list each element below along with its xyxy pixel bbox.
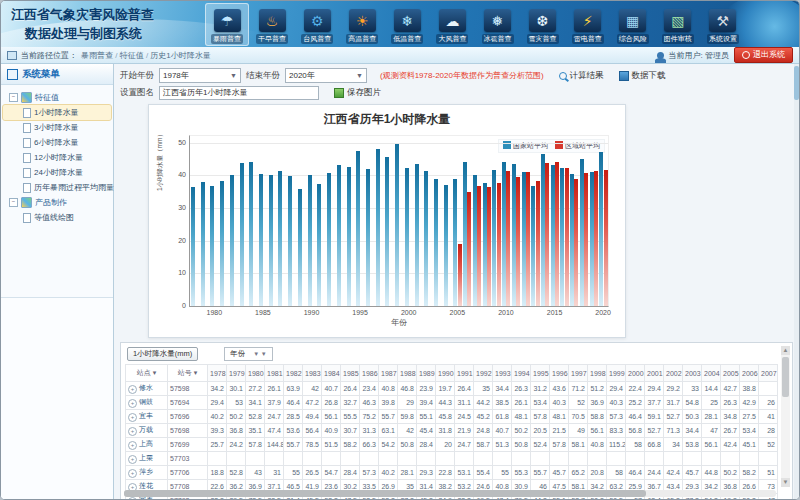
bar-national-2003 [434,179,438,306]
station-name-cell[interactable]: +萍乡 [126,466,168,480]
value-cell: 57.8 [550,438,569,452]
toolbar-item-composite-risk[interactable]: ▦综合风险 [611,3,655,46]
start-year-select[interactable]: 1978年▼ [159,68,241,83]
range-note: (观测资料1978-2020年数据作为普查分析范围) [380,70,544,81]
calc-result-button[interactable]: 计算结果 [559,70,604,82]
column-header-station[interactable]: 站点 ▾ [126,365,168,382]
value-cell: 29 [398,396,417,410]
chevron-down-icon: ▼ [230,72,237,79]
chart-name-input[interactable]: 江西省历年1小时降水量 [159,86,319,100]
horizontal-scroll-thumb[interactable] [124,490,646,497]
bar-national-1990 [308,175,312,306]
expand-icon[interactable]: + [128,455,137,464]
toolbar-item-map-review[interactable]: ▧图件审核 [656,3,700,46]
column-header-year: 1989 [417,365,436,382]
toolbar-item-label: 冰雹普查 [482,34,514,44]
breadcrumb-item[interactable]: 暴雨普查 [81,51,113,60]
station-name-cell[interactable]: +万载 [126,424,168,438]
expand-icon[interactable]: + [128,399,137,408]
value-cell: 59.8 [398,410,417,424]
main-vertical-scrollbar[interactable] [794,64,799,500]
value-cell: 29.3 [417,466,436,480]
collapse-icon[interactable]: − [9,93,18,102]
value-cell: 27.5 [740,410,759,424]
station-name-cell[interactable]: +宜丰 [126,410,168,424]
vertical-scroll-thumb[interactable] [782,357,789,397]
breadcrumb-item[interactable]: 特征值 [120,51,144,60]
table-horizontal-scrollbar[interactable] [124,490,776,497]
toolbar-item-lightning[interactable]: ⚡雷电普查 [566,3,610,46]
main-scroll-thumb[interactable] [794,66,799,100]
value-cell: 48.1 [550,410,569,424]
scroll-up-icon[interactable]: ▲ [781,346,790,355]
sidebar-item-1h-precip[interactable]: 1小时降水量 [3,105,111,120]
x-tick-label: 2000 [396,309,422,316]
data-download-button[interactable]: 数据下载 [619,70,666,82]
sidebar-group-product-making[interactable]: −产品制作 [3,195,111,210]
end-year-select[interactable]: 2020年▼ [285,68,367,83]
data-table: 站点 ▾站号 ▾19781979198019811982198319841985… [125,364,778,500]
bar-national-1984 [249,162,253,306]
sidebar-item-label: 3小时降水量 [34,122,78,133]
toolbar-item-system-settings[interactable]: ⚒系统设置 [701,3,745,46]
value-cell: 48.1 [512,410,531,424]
table-row: +上高5769925.724.257.8144.855.778.551.558.… [126,438,778,452]
scroll-down-icon[interactable]: ▼ [781,478,790,487]
bar-national-1985 [259,174,263,306]
expand-icon[interactable]: + [128,385,137,394]
sidebar-item-6h-precip[interactable]: 6小时降水量 [3,135,111,150]
toolbar-item-typhoon[interactable]: ⚙台风普查 [295,3,339,46]
station-name-cell[interactable]: +修水 [126,382,168,396]
value-cell: 24.2 [227,438,246,452]
toolbar-item-hail[interactable]: ❅冰雹普查 [475,3,519,46]
sidebar-item-24h-precip[interactable]: 24小时降水量 [3,165,111,180]
value-cell: 55.5 [341,410,360,424]
station-name-cell[interactable]: +上高 [126,438,168,452]
value-cell: 22.8 [436,466,455,480]
toolbar-item-high-temp[interactable]: ☀高温普查 [340,3,384,46]
bar-regional-2009 [497,183,501,306]
value-cell: 37.9 [265,396,284,410]
sidebar-item-12h-precip[interactable]: 12小时降水量 [3,150,111,165]
year-filter-dropdown[interactable]: 年份 ▼ ▼ [224,347,273,361]
value-cell: 22.4 [626,382,645,396]
column-header-year: 1988 [398,365,417,382]
value-cell: 42 [303,382,322,396]
station-name-cell[interactable]: +上栗 [126,452,168,466]
value-cell: 66.8 [645,438,664,452]
breadcrumb-item[interactable]: 历史1小时降水量 [150,51,210,60]
sidebar-item-annual-process-avg[interactable]: 历年暴雨过程平均雨量 [3,180,111,195]
station-name-cell[interactable]: +铜鼓 [126,396,168,410]
sidebar-item-3h-precip[interactable]: 3小时降水量 [3,120,111,135]
value-cell: 31.7 [664,396,683,410]
expand-icon[interactable]: + [128,441,137,450]
expand-icon[interactable]: + [128,427,137,436]
sidebar-title: 系统菜单 [1,64,113,85]
unit-button[interactable]: 1小时降水量(mm) [127,347,198,361]
value-cell: 40.8 [588,438,607,452]
table-header-row: 站点 ▾站号 ▾19781979198019811982198319841985… [126,365,778,382]
bar-national-1979 [201,182,205,306]
toolbar-item-low-temp[interactable]: ❄低温普查 [385,3,429,46]
sidebar-group-feature-values[interactable]: −特征值 [3,90,111,105]
column-header-year: 1987 [379,365,398,382]
expand-icon[interactable]: + [128,469,137,478]
toolbar-item-snow[interactable]: ❆雪灾普查 [521,3,565,46]
toolbar-item-drought[interactable]: ♨干旱普查 [250,3,294,46]
toolbar-item-gale[interactable]: ☁大风普查 [430,3,474,46]
toolbar-item-rainstorm[interactable]: ☂暴雨普查 [205,3,249,46]
value-cell: 56.8 [626,424,645,438]
save-image-button[interactable]: 保存图片 [334,87,381,99]
expand-icon[interactable]: + [128,413,137,422]
value-cell: 54.2 [379,438,398,452]
table-vertical-scrollbar[interactable]: ▲ ▼ [781,346,790,487]
toolbar-item-label: 低温普查 [391,34,423,44]
logout-button[interactable]: 退出系统 [734,47,793,63]
collapse-icon[interactable]: − [9,198,18,207]
value-cell: 57.8 [246,438,265,452]
column-header-station-id[interactable]: 站号 ▾ [168,365,208,382]
sidebar-item-contour-plot[interactable]: 等值线绘图 [3,210,111,225]
value-cell: 28 [759,424,778,438]
value-cell: 21.5 [550,424,569,438]
bar-national-1991 [317,184,321,306]
